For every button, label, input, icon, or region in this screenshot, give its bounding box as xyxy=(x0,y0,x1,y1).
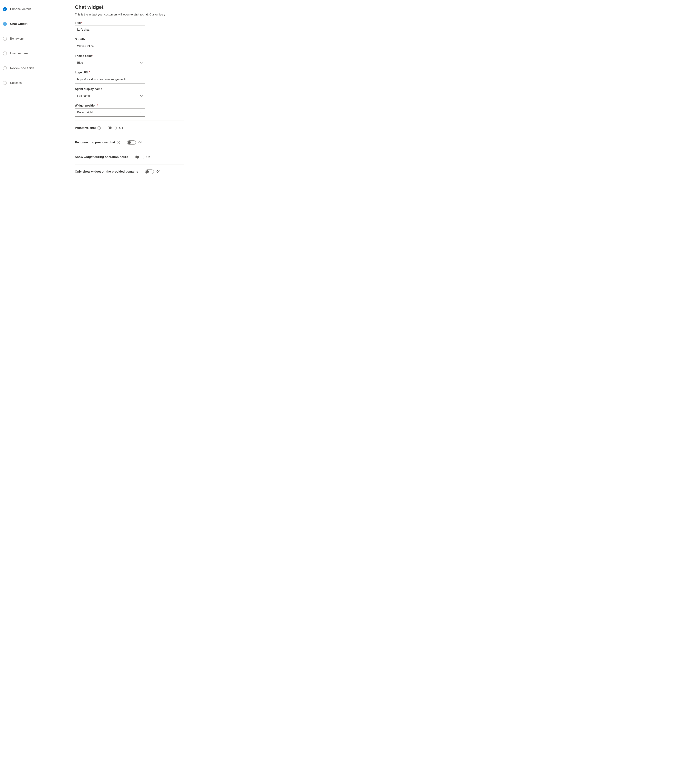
proactive-chat-status: Off xyxy=(119,126,123,130)
chevron-down-icon xyxy=(140,95,143,97)
info-icon[interactable]: i xyxy=(117,141,120,144)
step-chat-widget[interactable]: Chat widget xyxy=(3,22,64,37)
pending-step-icon xyxy=(3,81,7,85)
field-subtitle: Subtitle xyxy=(75,38,184,50)
step-behaviors[interactable]: Behaviors xyxy=(3,37,64,51)
logo-label-text: Logo URL xyxy=(75,71,89,74)
title-label: Title* xyxy=(75,21,184,25)
domains-status: Off xyxy=(157,170,160,173)
widget-position-value: Bottom right xyxy=(77,111,93,114)
chevron-down-icon xyxy=(140,111,143,114)
toggle-row-domains: Only show widget on the provided domains… xyxy=(75,165,184,179)
logo-url-label: Logo URL* xyxy=(75,71,184,74)
agent-display-value: Full name xyxy=(77,94,90,97)
agent-display-label: Agent display name xyxy=(75,87,184,91)
widget-position-select[interactable]: Bottom right xyxy=(75,108,145,117)
toggle-control-group: Off xyxy=(135,155,150,159)
step-label: Review and finish xyxy=(10,66,34,70)
field-theme-color: Theme color* Blue xyxy=(75,54,184,67)
page-title: Chat widget xyxy=(75,4,184,10)
position-label-text: Widget position xyxy=(75,104,96,107)
chevron-down-icon xyxy=(140,61,143,64)
step-label: User features xyxy=(10,52,28,55)
operation-hours-label: Show widget during operation hours xyxy=(75,155,128,159)
field-agent-display-name: Agent display name Full name xyxy=(75,87,184,100)
pending-step-icon xyxy=(3,51,7,55)
theme-label-text: Theme color xyxy=(75,54,92,58)
step-label: Behaviors xyxy=(10,37,24,41)
domains-toggle[interactable] xyxy=(145,170,154,174)
toggle-label-group: Show widget during operation hours xyxy=(75,155,128,159)
reconnect-label: Reconnect to previous chat xyxy=(75,141,115,144)
step-channel-details[interactable]: Channel details xyxy=(3,7,64,22)
agent-display-select[interactable]: Full name xyxy=(75,92,145,100)
field-widget-position: Widget position* Bottom right xyxy=(75,104,184,117)
main-content: Chat widget This is the widget your cust… xyxy=(68,0,184,186)
toggle-row-operation-hours: Show widget during operation hours Off xyxy=(75,150,184,165)
operation-hours-toggle[interactable] xyxy=(135,155,144,159)
domains-label: Only show widget on the provided domains xyxy=(75,170,138,173)
required-indicator: * xyxy=(97,104,98,107)
toggle-row-proactive-chat: Proactive chat i Off xyxy=(75,121,184,135)
theme-color-label: Theme color* xyxy=(75,54,184,58)
pending-step-icon xyxy=(3,66,7,70)
proactive-chat-label: Proactive chat xyxy=(75,126,96,130)
step-user-features[interactable]: User features xyxy=(3,51,64,66)
subtitle-label: Subtitle xyxy=(75,38,184,41)
step-label: Channel details xyxy=(10,7,31,11)
toggle-row-reconnect: Reconnect to previous chat i Off xyxy=(75,135,184,150)
step-success[interactable]: Success xyxy=(3,81,64,85)
step-list: Channel details Chat widget Behaviors Us… xyxy=(3,7,64,85)
logo-url-input[interactable] xyxy=(75,75,145,84)
widget-position-label: Widget position* xyxy=(75,104,184,107)
reconnect-status: Off xyxy=(139,141,142,144)
step-review-finish[interactable]: Review and finish xyxy=(3,66,64,81)
pending-step-icon xyxy=(3,37,7,41)
proactive-chat-toggle[interactable] xyxy=(108,126,117,130)
step-label: Success xyxy=(10,81,21,85)
toggle-label-group: Proactive chat i xyxy=(75,126,101,130)
toggle-label-group: Reconnect to previous chat i xyxy=(75,141,120,144)
current-step-icon xyxy=(3,22,7,26)
toggle-control-group: Off xyxy=(145,170,160,174)
field-title: Title* xyxy=(75,21,184,34)
operation-hours-status: Off xyxy=(147,155,150,159)
step-label: Chat widget xyxy=(10,22,27,26)
toggle-label-group: Only show widget on the provided domains xyxy=(75,170,138,173)
toggle-control-group: Off xyxy=(108,126,123,130)
theme-color-value: Blue xyxy=(77,61,83,64)
info-icon[interactable]: i xyxy=(97,126,101,130)
title-label-text: Title xyxy=(75,21,81,24)
wizard-stepper: Channel details Chat widget Behaviors Us… xyxy=(0,0,68,186)
check-circle-icon xyxy=(3,7,7,11)
subtitle-input[interactable] xyxy=(75,42,145,50)
page-subtitle: This is the widget your customers will o… xyxy=(75,13,184,16)
required-indicator: * xyxy=(81,21,82,24)
required-indicator: * xyxy=(89,71,90,74)
field-logo-url: Logo URL* xyxy=(75,71,184,84)
required-indicator: * xyxy=(92,54,93,58)
theme-color-select[interactable]: Blue xyxy=(75,59,145,67)
title-input[interactable] xyxy=(75,26,145,34)
toggle-control-group: Off xyxy=(127,140,142,145)
reconnect-toggle[interactable] xyxy=(127,140,136,145)
